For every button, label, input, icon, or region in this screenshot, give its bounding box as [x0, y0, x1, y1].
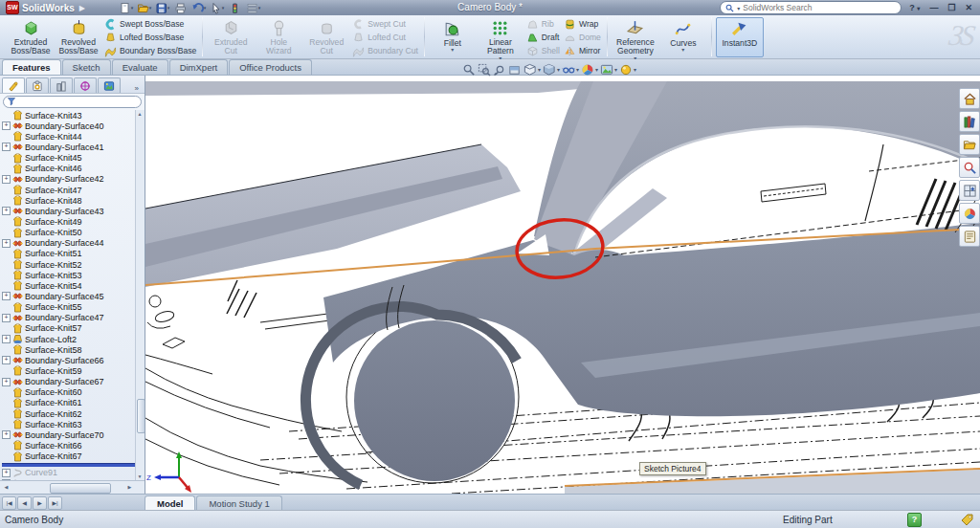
- search-box[interactable]: ▾: [720, 1, 902, 14]
- open-button[interactable]: ▾: [136, 1, 152, 14]
- tree-item-surface-knit49[interactable]: Surface-Knit49: [2, 216, 145, 227]
- fmt-display-tab[interactable]: [98, 77, 121, 93]
- fmt-property-tab[interactable]: [26, 77, 49, 93]
- tree-item-boundary-surface70[interactable]: +Boundary-Surface70: [2, 429, 145, 440]
- tree-horizontal-scrollbar[interactable]: ◀ ▶: [0, 480, 145, 494]
- scroll-right-icon[interactable]: ▶: [125, 483, 134, 492]
- tree-item-surface-knit54[interactable]: Surface-Knit54: [2, 280, 145, 291]
- scroll-down-icon[interactable]: ▼: [136, 473, 144, 480]
- tree-item-surface-knit50[interactable]: Surface-Knit50: [2, 228, 145, 238]
- draft-button[interactable]: Draft: [526, 32, 560, 44]
- menu-expand-arrow-icon[interactable]: ▶: [79, 4, 85, 12]
- dropdown-arrow-icon[interactable]: ▾: [614, 66, 617, 73]
- rib-button[interactable]: Rib: [526, 18, 560, 31]
- tree-item-surface-knit58[interactable]: Surface-Knit58: [2, 344, 145, 355]
- tp-library-button[interactable]: [959, 111, 980, 132]
- mirror-button[interactable]: Mirror: [564, 45, 601, 57]
- expand-plus-icon[interactable]: +: [2, 143, 10, 151]
- tree-item-surface-knit67[interactable]: Surface-Knit67: [2, 451, 145, 462]
- scroll-left-icon[interactable]: ◀: [2, 483, 11, 492]
- hu-style-button[interactable]: ▾: [543, 63, 560, 77]
- save-button[interactable]: ▾: [154, 1, 170, 14]
- tree-item-boundary-surface67[interactable]: +Boundary-Surface67: [2, 377, 145, 387]
- hu-appearance-button[interactable]: ▾: [581, 63, 598, 77]
- tree-item-surface-knit44[interactable]: Surface-Knit44: [2, 131, 145, 142]
- expand-plus-icon[interactable]: +: [2, 356, 10, 364]
- instant3d-button[interactable]: Instant3D: [716, 17, 764, 57]
- dropdown-arrow-icon[interactable]: ▾: [538, 66, 541, 73]
- status-indicator-icon[interactable]: ?: [907, 513, 922, 527]
- hole-wizard-button[interactable]: Hole Wizard: [255, 17, 302, 57]
- lofted-boss-button[interactable]: Lofted Boss/Base: [104, 32, 196, 44]
- dropdown-arrow-icon[interactable]: ▾: [634, 66, 636, 73]
- command-tab[interactable]: Sketch: [62, 59, 111, 75]
- tree-item-surface-knit46[interactable]: Surface-Knit46: [2, 164, 145, 174]
- hu-zoom-fit-button[interactable]: [462, 63, 476, 77]
- extruded-cut-button[interactable]: Extruded Cut: [207, 17, 255, 57]
- new-button[interactable]: ▾: [118, 1, 134, 14]
- options-button[interactable]: ▾: [245, 1, 261, 14]
- close-button[interactable]: ✕: [963, 1, 974, 14]
- rollback-bar[interactable]: [2, 463, 143, 467]
- hu-cube-button[interactable]: ▾: [523, 63, 541, 77]
- command-tab[interactable]: Office Products: [229, 59, 312, 75]
- model-tab[interactable]: Motion Study 1: [196, 495, 281, 511]
- fmt-config-tab[interactable]: [50, 77, 73, 93]
- select-button[interactable]: ▾: [209, 1, 225, 14]
- search-input[interactable]: [743, 3, 896, 12]
- tree-vertical-scrollbar[interactable]: ▲ ▼: [135, 110, 145, 480]
- expand-plus-icon[interactable]: +: [2, 335, 10, 343]
- tree-item-boundary-surface40[interactable]: +Boundary-Surface40: [2, 121, 145, 131]
- tree-item-surface-knit59[interactable]: Surface-Knit59: [2, 365, 145, 376]
- tree-item-surface-knit63[interactable]: Surface-Knit63: [2, 419, 145, 429]
- tree-item-boundary-surface47[interactable]: +Boundary-Surface47: [2, 313, 145, 323]
- expand-plus-icon[interactable]: +: [2, 469, 10, 477]
- tree-item-boundary-surface66[interactable]: +Boundary-Surface66: [2, 355, 145, 365]
- app-logo[interactable]: SW SolidWorks ▶: [0, 1, 91, 14]
- tree-item-surface-knit66[interactable]: Surface-Knit66: [2, 440, 145, 451]
- tp-palette-button[interactable]: [959, 180, 980, 201]
- scroll-up-icon[interactable]: ▲: [136, 110, 144, 118]
- revolved-cut-button[interactable]: Revolved Cut: [302, 17, 350, 57]
- tree-item-boundary-surface41[interactable]: +Boundary-Surface41: [2, 142, 145, 152]
- expand-plus-icon[interactable]: +: [2, 239, 10, 248]
- fmt-features-tab[interactable]: [2, 77, 25, 93]
- hu-glasses-button[interactable]: ▾: [562, 63, 579, 77]
- dropdown-arrow-icon[interactable]: ▾: [681, 48, 684, 52]
- tab-scroll-button[interactable]: ▶|: [48, 496, 62, 510]
- hu-scene-button[interactable]: ▾: [600, 63, 617, 77]
- hu-zoom-area-button[interactable]: [478, 63, 491, 77]
- graphics-viewport[interactable]: Z Sketch Picture4: [145, 76, 980, 494]
- tp-appearance-button[interactable]: [959, 203, 980, 224]
- tp-home-button[interactable]: [959, 88, 980, 109]
- tree-item-boundary-surface45[interactable]: +Boundary-Surface45: [2, 291, 145, 301]
- dropdown-arrow-icon[interactable]: ▾: [451, 48, 454, 52]
- print-button[interactable]: [172, 1, 189, 14]
- command-tab[interactable]: DimXpert: [169, 59, 229, 75]
- boundary-cut-button[interactable]: Boundary Cut: [352, 45, 418, 57]
- tree-item-surface-knit61[interactable]: Surface-Knit61: [2, 398, 145, 408]
- boundary-boss-button[interactable]: Boundary Boss/Base: [104, 45, 196, 57]
- tree-item-surface-knit57[interactable]: Surface-Knit57: [2, 323, 145, 334]
- shell-button[interactable]: Shell: [526, 45, 560, 57]
- tree-item-curve91[interactable]: +Curve91: [2, 468, 145, 478]
- swept-boss-button[interactable]: Swept Boss/Base: [104, 18, 196, 31]
- linear-pattern-button[interactable]: Linear Pattern▾: [477, 17, 524, 57]
- reference-geometry-button[interactable]: Reference Geometry▾: [612, 17, 659, 57]
- command-tab[interactable]: Features: [2, 59, 61, 75]
- restore-button[interactable]: ❐: [946, 1, 957, 14]
- tree-item-surface-knit48[interactable]: Surface-Knit48: [2, 195, 145, 206]
- scroll-thumb[interactable]: [137, 399, 145, 433]
- expand-plus-icon[interactable]: +: [2, 292, 10, 300]
- model-tab[interactable]: Model: [145, 495, 195, 511]
- tree-item-boundary-surface42[interactable]: +Boundary-Surface42: [2, 174, 145, 185]
- tree-item-surface-knit60[interactable]: Surface-Knit60: [2, 387, 145, 398]
- tp-folder-button[interactable]: [959, 134, 980, 155]
- tree-item-surface-knit47[interactable]: Surface-Knit47: [2, 185, 145, 195]
- tree-item-boundary-surface43[interactable]: +Boundary-Surface43: [2, 206, 145, 216]
- expand-plus-icon[interactable]: +: [2, 314, 10, 322]
- dropdown-arrow-icon[interactable]: ▾: [557, 66, 560, 73]
- lofted-cut-button[interactable]: Lofted Cut: [352, 32, 418, 44]
- fm-overflow-button[interactable]: »: [135, 84, 143, 93]
- expand-plus-icon[interactable]: +: [2, 378, 10, 386]
